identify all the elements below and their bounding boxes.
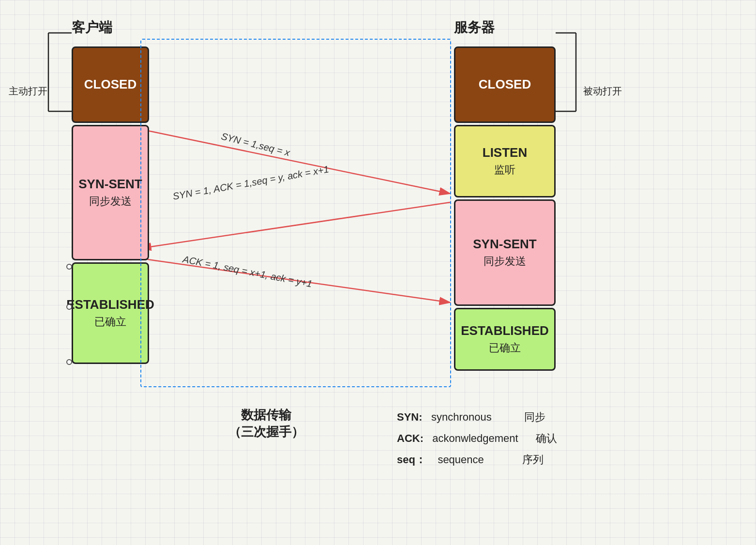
circle-top — [66, 264, 72, 270]
server-listen-box: LISTEN 监听 — [454, 125, 556, 197]
client-label: 客户端 — [72, 18, 112, 37]
bottom-label: 数据传输 （三次握手） — [169, 407, 363, 440]
legend: SYN: synchronous 同步 ACK: ackonwledgement… — [397, 407, 557, 470]
passive-open-label: 被动打开 — [583, 85, 622, 98]
server-listen-name: LISTEN — [483, 145, 527, 160]
legend-seq: seq： sequence 序列 — [397, 449, 557, 470]
circle-mid — [66, 304, 72, 310]
server-established-name: ESTABLISHED — [461, 323, 549, 338]
client-syn-sent-name: SYN-SENT — [78, 177, 142, 192]
server-syn-sent-box: SYN-SENT 同步发送 — [454, 199, 556, 306]
client-closed-box: CLOSED — [72, 46, 149, 123]
legend-syn: SYN: synchronous 同步 — [397, 407, 557, 428]
client-established-cn: 已确立 — [94, 315, 126, 329]
server-closed-box: CLOSED — [454, 46, 556, 123]
circle-bottom — [66, 359, 72, 365]
client-syn-sent-cn: 同步发送 — [89, 194, 132, 209]
server-established-box: ESTABLISHED 已确立 — [454, 308, 556, 371]
server-listen-cn: 监听 — [494, 163, 515, 177]
dashed-rect — [140, 39, 451, 387]
legend-ack: ACK: ackonwledgement 确认 — [397, 428, 557, 449]
server-closed-label: CLOSED — [479, 77, 531, 92]
client-closed-label: CLOSED — [84, 77, 136, 92]
server-label: 服务器 — [454, 18, 495, 37]
client-established-box: ESTABLISHED 已确立 — [72, 262, 149, 364]
server-established-cn: 已确立 — [489, 341, 521, 355]
client-syn-sent-box: SYN-SENT 同步发送 — [72, 125, 149, 260]
server-syn-sent-name: SYN-SENT — [473, 237, 536, 252]
active-open-label: 主动打开 — [9, 85, 47, 98]
server-syn-sent-cn: 同步发送 — [484, 254, 526, 269]
diagram: 客户端 服务器 主动打开 被动打开 CLOSED SYN-SENT 同步发送 E… — [0, 0, 756, 545]
